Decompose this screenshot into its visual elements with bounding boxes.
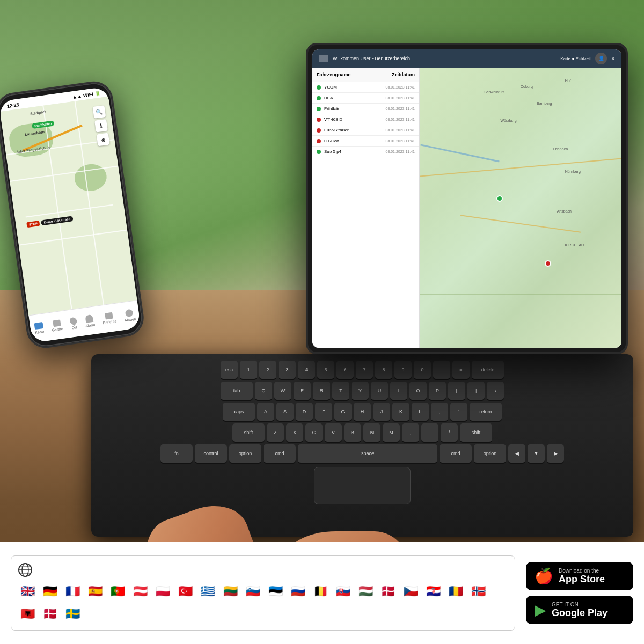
- french-flag[interactable]: 🇫🇷: [63, 582, 82, 601]
- key-1[interactable]: 1: [240, 361, 257, 379]
- portuguese-flag[interactable]: 🇵🇹: [108, 582, 127, 601]
- key-shift[interactable]: shift: [232, 423, 265, 442]
- sidebar-row[interactable]: CT-Lkw 08.01.2023 11:41: [312, 136, 419, 147]
- english-flag[interactable]: 🇬🇧: [18, 582, 37, 601]
- key-Y[interactable]: Y: [352, 382, 369, 400]
- key-C[interactable]: C: [305, 423, 323, 442]
- nav-gerate[interactable]: Geräte: [50, 319, 63, 332]
- tablet-title: Willkommen User - Benutzerbereich: [333, 56, 410, 61]
- slovenian-flag[interactable]: 🇸🇮: [243, 582, 262, 601]
- nav-ort[interactable]: Ort: [70, 317, 78, 330]
- austrian-flag[interactable]: 🇦🇹: [130, 582, 150, 601]
- german-flag[interactable]: 🇩🇪: [40, 582, 60, 601]
- key-X[interactable]: X: [286, 423, 303, 442]
- key-A[interactable]: A: [257, 402, 274, 421]
- turkish-flag[interactable]: 🇹🇷: [175, 582, 195, 601]
- sidebar-row[interactable]: Fuhr-Straßen 08.01.2023 11:41: [312, 125, 419, 136]
- key-J[interactable]: J: [373, 402, 390, 421]
- key-U[interactable]: U: [371, 382, 388, 400]
- key-S[interactable]: S: [276, 402, 294, 421]
- key-shift[interactable]: shift: [460, 423, 492, 442]
- key-L[interactable]: L: [412, 402, 429, 421]
- belgian-flag[interactable]: 🇧🇪: [311, 582, 330, 601]
- key-F[interactable]: F: [315, 402, 332, 421]
- key-9[interactable]: 9: [394, 361, 412, 379]
- key-\[interactable]: \: [487, 382, 504, 400]
- greek-flag[interactable]: 🇬🇷: [198, 582, 217, 601]
- key-delete[interactable]: delete: [472, 361, 504, 379]
- key-=[interactable]: =: [452, 361, 470, 379]
- key-esc[interactable]: esc: [221, 361, 238, 379]
- key-return[interactable]: return: [470, 402, 502, 421]
- key--[interactable]: -: [433, 361, 450, 379]
- key-W[interactable]: W: [274, 382, 291, 400]
- polish-flag[interactable]: 🇵🇱: [153, 582, 172, 601]
- google-play-button[interactable]: ▶ GET IT ON Google Play: [526, 596, 633, 624]
- key-caps[interactable]: caps: [223, 402, 255, 421]
- key-R[interactable]: R: [313, 382, 330, 400]
- key-,[interactable]: ,: [402, 423, 419, 442]
- sidebar-row[interactable]: Printbär 08.01.2023 11:41: [312, 104, 419, 114]
- sidebar-row[interactable]: YCOM 08.01.2023 11:41: [312, 82, 419, 93]
- estonian-flag[interactable]: 🇪🇪: [266, 582, 285, 601]
- key-I[interactable]: I: [390, 382, 407, 400]
- key-K[interactable]: K: [392, 402, 409, 421]
- key-4[interactable]: 4: [298, 361, 315, 379]
- key-M[interactable]: M: [383, 423, 400, 442]
- key-/[interactable]: /: [441, 423, 458, 442]
- croatian-flag[interactable]: 🇭🇷: [423, 582, 443, 601]
- norwegian-flag[interactable]: 🇳🇴: [469, 582, 488, 601]
- key-3[interactable]: 3: [279, 361, 296, 379]
- app-store-button[interactable]: 🍎 Download on the App Store: [526, 562, 633, 590]
- key-8[interactable]: 8: [375, 361, 392, 379]
- key-'[interactable]: ': [450, 402, 467, 421]
- key-2[interactable]: 2: [259, 361, 276, 379]
- flags-grid: 🇬🇧🇩🇪🇫🇷🇪🇸🇵🇹🇦🇹🇵🇱🇹🇷🇬🇷🇱🇹🇸🇮🇪🇪🇷🇺🇧🇪🇸🇰🇭🇺🇩🇰🇨🇿🇭🇷🇷🇴…: [18, 582, 508, 624]
- nav-alarm[interactable]: Alarm: [84, 314, 95, 328]
- info-btn[interactable]: ℹ: [94, 119, 108, 133]
- key-N[interactable]: N: [363, 423, 380, 442]
- location-btn[interactable]: ⊕: [97, 133, 110, 147]
- danish-flag-alt[interactable]: 🇩🇰: [378, 582, 398, 601]
- user-avatar[interactable]: 👤: [595, 53, 607, 64]
- key-Z[interactable]: Z: [267, 423, 284, 442]
- key-V[interactable]: V: [325, 423, 342, 442]
- sidebar-row[interactable]: HGV 08.01.2023 11:41: [312, 93, 419, 104]
- sidebar-row[interactable]: VT 468-D 08.01.2023 11:41: [312, 114, 419, 125]
- key-H[interactable]: H: [354, 402, 371, 421]
- nav-berichte[interactable]: Berichte: [101, 312, 116, 325]
- romanian-flag[interactable]: 🇷🇴: [446, 582, 465, 601]
- key-][interactable]: ]: [467, 382, 485, 400]
- close-btn[interactable]: ✕: [611, 56, 615, 61]
- russian-flag[interactable]: 🇷🇺: [288, 582, 308, 601]
- device-nav-icon: [53, 319, 61, 327]
- key-T[interactable]: T: [332, 382, 349, 400]
- key-tab[interactable]: tab: [221, 382, 253, 400]
- sidebar-row[interactable]: Sub 5 p4 08.01.2023 11:41: [312, 147, 419, 157]
- key-[[interactable]: [: [448, 382, 465, 400]
- swedish-flag[interactable]: 🇸🇪: [63, 604, 82, 624]
- key-P[interactable]: P: [429, 382, 446, 400]
- czech-flag[interactable]: 🇨🇿: [401, 582, 420, 601]
- danish-flag[interactable]: 🇩🇰: [40, 604, 60, 624]
- key-B[interactable]: B: [344, 423, 361, 442]
- lithuanian-flag[interactable]: 🇱🇹: [221, 582, 240, 601]
- key-E[interactable]: E: [294, 382, 311, 400]
- slovak-flag[interactable]: 🇸🇰: [333, 582, 353, 601]
- key-5[interactable]: 5: [317, 361, 334, 379]
- key-G[interactable]: G: [334, 402, 352, 421]
- key-D[interactable]: D: [296, 402, 313, 421]
- albanian-flag[interactable]: 🇦🇱: [18, 604, 37, 624]
- key-.[interactable]: .: [421, 423, 438, 442]
- key-7[interactable]: 7: [356, 361, 373, 379]
- key-Q[interactable]: Q: [255, 382, 272, 400]
- key-0[interactable]: 0: [414, 361, 431, 379]
- nav-aktuell[interactable]: Aktuell: [123, 309, 136, 323]
- key-6[interactable]: 6: [336, 361, 354, 379]
- key-;[interactable]: ;: [431, 402, 448, 421]
- spanish-flag[interactable]: 🇪🇸: [85, 582, 105, 601]
- hungarian-flag[interactable]: 🇭🇺: [356, 582, 375, 601]
- nav-karte[interactable]: Karte: [34, 322, 44, 334]
- search-btn[interactable]: 🔍: [92, 105, 106, 119]
- key-O[interactable]: O: [409, 382, 427, 400]
